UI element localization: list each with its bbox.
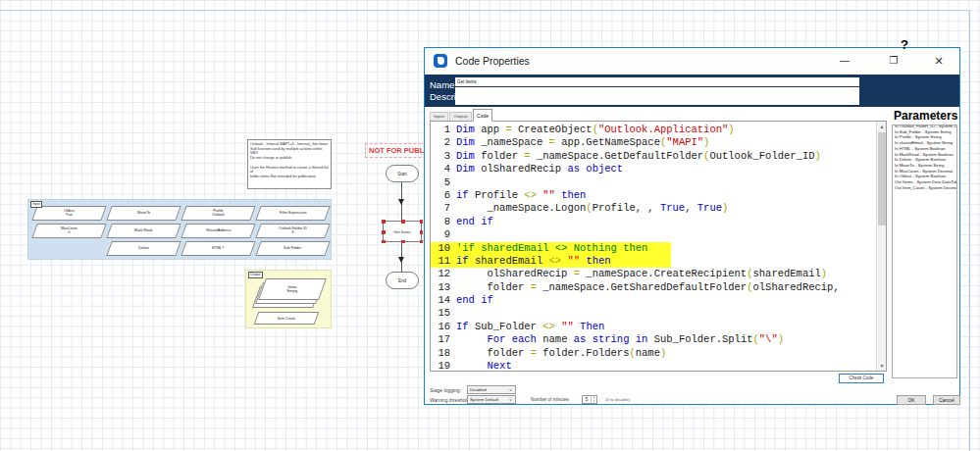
selection-handle[interactable] — [401, 220, 405, 224]
data-item-node[interactable]: Filter Expression — [255, 206, 330, 221]
code-token: end if — [456, 294, 493, 306]
scrollbar-thumb[interactable] — [878, 132, 886, 226]
code-line[interactable]: 9 — [431, 228, 876, 241]
code-line[interactable]: 15 — [431, 307, 876, 320]
ok-button[interactable]: OK — [897, 395, 926, 405]
code-line[interactable]: 19 Next — [431, 360, 876, 371]
item-count-node[interactable]: Item Count — [254, 312, 320, 325]
code-line[interactable]: 3Dim folder = _nameSpace.GetDefaultFolde… — [431, 150, 876, 163]
name-input[interactable] — [455, 77, 859, 86]
title-bar[interactable]: Code Properties — ❐ ✕ — [425, 48, 959, 75]
stage-logging-dropdown[interactable]: Disabled ∨ — [467, 385, 516, 394]
code-line[interactable]: 18 folder = folder.Folders(name) — [431, 347, 876, 360]
parameters-list[interactable]: In Outlook_Folder_ID - System DecimalIn … — [892, 125, 957, 378]
code-line[interactable]: 17 For each name as string in Sub_Folder… — [431, 333, 876, 346]
data-item-node[interactable]: Delete — [106, 241, 181, 256]
code-token: <> — [542, 321, 555, 332]
blueprism-logo-icon — [434, 54, 447, 68]
data-item-node[interactable]: MoveTo — [106, 206, 181, 221]
code-line[interactable]: 4Dim olSharedRecip as object — [431, 163, 876, 175]
code-line[interactable]: 8end if — [431, 216, 876, 228]
editor-scrollbar[interactable]: ▲ ▼ — [876, 122, 886, 371]
scroll-down-icon[interactable]: ▼ — [877, 361, 887, 371]
selection-handle[interactable] — [382, 220, 386, 224]
items-collection-node[interactable]: Items Empty — [258, 278, 327, 300]
scroll-down-icon[interactable]: ⌄ — [851, 99, 857, 104]
selection-handle[interactable] — [420, 240, 424, 244]
code-line[interactable]: 14end if — [431, 294, 876, 307]
tab-code[interactable]: Code — [473, 109, 492, 122]
parameter-item[interactable]: In sharedEmail - System String — [895, 140, 956, 146]
code-token: app — [475, 124, 506, 135]
parameter-item[interactable]: In Outlook_Folder_ID - System Decimal — [895, 125, 956, 129]
line-number: 1 — [431, 124, 450, 136]
data-item-node[interactable]: MaxCount 0 — [31, 224, 106, 238]
line-number: 18 — [431, 347, 450, 360]
data-item-node[interactable]: SharedAddress — [181, 224, 255, 238]
get-items-node-selected[interactable]: Get Items — [383, 221, 422, 242]
note-box[interactable]: Outlook - Internal MAPI v3 - Internal_Ge… — [247, 139, 332, 189]
code-token: olSharedRecip — [456, 268, 574, 279]
tab-inputs[interactable]: Inputs — [430, 112, 448, 121]
tab-outputs[interactable]: Outputs — [449, 112, 472, 121]
data-item-node[interactable]: Outlook Folder ID 6 — [255, 224, 330, 238]
end-node[interactable]: End — [386, 272, 419, 289]
data-item-label: Filter Expression — [280, 211, 306, 215]
data-item-label: MaxCount 0 — [61, 226, 77, 235]
data-item-node[interactable]: Oldest True — [31, 206, 106, 221]
code-line[interactable]: 16If Sub_Folder <> "" Then — [431, 321, 876, 333]
code-line[interactable]: 1Dim app = CreateObject("Outlook.Applica… — [431, 124, 876, 136]
line-number: 10 — [431, 242, 450, 255]
code-line[interactable]: 5 — [431, 176, 876, 189]
description-textarea[interactable]: ⌃ ⌄ — [455, 87, 859, 105]
warning-threshold-dropdown[interactable]: System Default ∨ — [467, 395, 516, 404]
code-line[interactable]: 7 _nameSpace.Logon(Profile, , True, True… — [431, 202, 876, 215]
code-line[interactable]: 10'if sharedEmail <> Nothing then — [431, 242, 876, 255]
data-item-node[interactable]: Mark Read — [106, 224, 181, 238]
description-scroll-arrows[interactable]: ⌃ ⌄ — [851, 88, 857, 104]
help-button[interactable]: ? — [901, 37, 908, 52]
code-line[interactable]: 6if Profile <> "" then — [431, 189, 876, 202]
data-item-node[interactable]: Profile Outlook — [181, 206, 255, 221]
start-node[interactable]: Start — [386, 165, 419, 182]
scroll-up-icon[interactable]: ⌃ — [851, 88, 857, 93]
code-line[interactable]: 11if sharedEmail <> "" then — [431, 255, 876, 268]
code-line[interactable]: 13 folder = _nameSpace.GetSharedDefaultF… — [431, 281, 876, 294]
line-number: 11 — [431, 255, 450, 268]
code-line[interactable]: 2Dim _nameSpace = app.GetNameSpace("MAPI… — [431, 136, 876, 149]
line-number: 13 — [431, 281, 450, 294]
parameter-item[interactable]: Out Items - System Data DataTable — [895, 179, 956, 185]
line-number: 3 — [431, 150, 450, 163]
selection-handle[interactable] — [382, 240, 386, 244]
parameter-item[interactable]: Out Item_Count - System Decimal — [895, 185, 956, 191]
code-token — [456, 360, 488, 371]
arrowhead-icon — [398, 199, 404, 205]
code-token: If — [456, 321, 469, 332]
stage-logging-label: Stage logging: — [430, 387, 461, 393]
data-item-node[interactable]: HTML? — [181, 241, 255, 256]
cancel-button[interactable]: Cancel — [933, 395, 960, 405]
data-item-label: Outlook Folder ID 6 — [279, 226, 307, 235]
minimize-button[interactable]: — — [833, 48, 856, 74]
note-line: Sub function used by multiple actions wi… — [250, 147, 329, 156]
check-code-button[interactable]: Check Code — [839, 374, 884, 383]
line-number: 19 — [431, 360, 450, 371]
selection-handle[interactable] — [382, 230, 386, 234]
chevron-down-icon: ∨ — [506, 387, 515, 392]
line-number: 8 — [431, 216, 450, 228]
code-token: Sub_Folder — [469, 321, 543, 332]
code-token: ) — [815, 150, 821, 162]
selection-handle[interactable] — [420, 220, 424, 224]
data-item-node[interactable]: Sub Folder — [255, 241, 330, 256]
code-token: ( — [629, 347, 635, 359]
minutes-spinner[interactable]: 5 ▴ ▾ — [582, 395, 597, 404]
code-line[interactable]: 12 olSharedRecip = _nameSpace.CreateReci… — [431, 268, 876, 280]
line-number: 2 — [431, 136, 450, 149]
spin-down-icon[interactable]: ▾ — [592, 400, 596, 404]
code-token: ) — [703, 136, 709, 148]
close-button[interactable]: ✕ — [927, 48, 951, 74]
scroll-up-icon[interactable]: ▲ — [877, 122, 887, 131]
data-item-label: Oldest True — [64, 209, 75, 218]
selection-handle[interactable] — [420, 230, 424, 234]
code-editor[interactable]: 1Dim app = CreateObject("Outlook.Applica… — [430, 121, 887, 372]
